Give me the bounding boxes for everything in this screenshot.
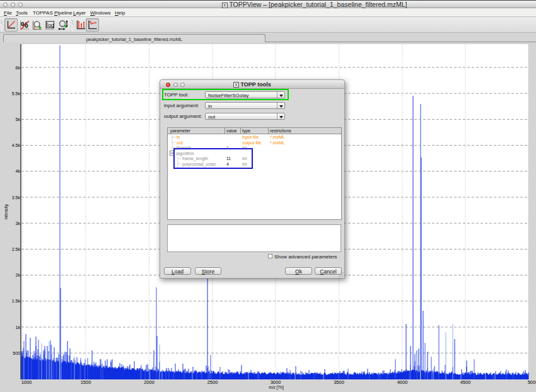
svg-text:1000: 1000 bbox=[21, 379, 32, 385]
svg-text:Intensity: Intensity bbox=[4, 204, 9, 219]
svg-text:1500: 1500 bbox=[81, 379, 91, 385]
svg-text:2.5k: 2.5k bbox=[12, 247, 21, 251]
svg-text:5.5k: 5.5k bbox=[12, 91, 21, 96]
svg-text:log: log bbox=[47, 21, 54, 28]
svg-text:3000: 3000 bbox=[271, 379, 281, 385]
svg-text:4500: 4500 bbox=[460, 379, 471, 385]
svg-text:1k: 1k bbox=[16, 325, 21, 330]
svg-text:4k: 4k bbox=[16, 169, 21, 173]
svg-text:5k: 5k bbox=[16, 117, 21, 122]
svg-text:1.5k: 1.5k bbox=[12, 299, 21, 303]
svg-text:2500: 2500 bbox=[207, 379, 218, 385]
svg-text:4000: 4000 bbox=[397, 379, 408, 385]
svg-text:2k: 2k bbox=[16, 273, 21, 277]
svg-text:2000: 2000 bbox=[144, 379, 154, 385]
svg-text:3.5k: 3.5k bbox=[12, 195, 21, 200]
svg-text:5000: 5000 bbox=[528, 379, 536, 385]
svg-text:3500: 3500 bbox=[334, 379, 344, 385]
svg-text:6k: 6k bbox=[16, 66, 21, 70]
svg-text:500: 500 bbox=[13, 351, 20, 355]
svg-text:3k: 3k bbox=[16, 221, 21, 226]
svg-text:m/z [Th]: m/z [Th] bbox=[269, 385, 284, 390]
svg-text:4.5k: 4.5k bbox=[12, 143, 21, 147]
